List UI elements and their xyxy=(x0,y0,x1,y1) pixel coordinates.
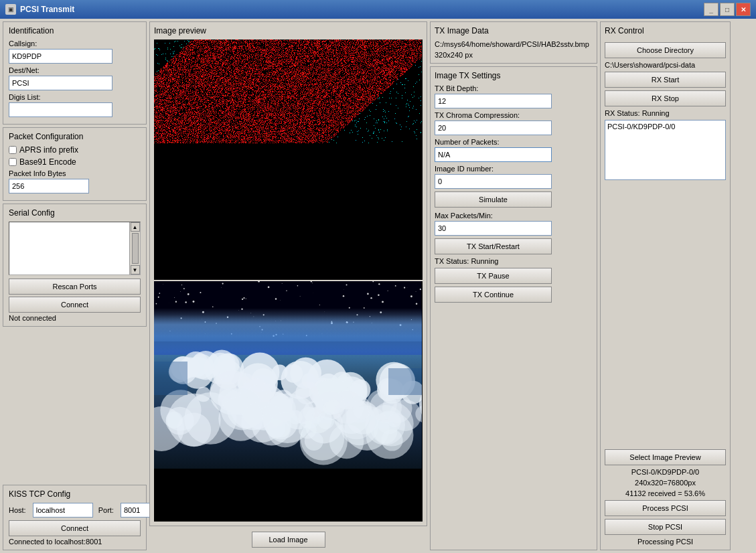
preview-info-3: 41132 received = 53.6% xyxy=(605,489,726,497)
num-packets-input[interactable] xyxy=(435,147,552,162)
preview-info-2: 240x320=76800px xyxy=(605,479,726,487)
load-image-button[interactable]: Load Image xyxy=(252,532,325,548)
max-packets-label: Max Packets/Min: xyxy=(435,212,593,220)
callsign-label: Callsign: xyxy=(9,40,141,48)
close-button[interactable]: ✕ xyxy=(736,3,751,16)
max-packets-input[interactable] xyxy=(435,221,552,236)
kiss-tcp-section: KISS TCP Config Host: Port: Connect Conn… xyxy=(3,485,147,550)
packet-info-label: Packet Info Bytes xyxy=(9,169,141,177)
simulate-button[interactable]: Simulate xyxy=(435,191,552,208)
app-icon: ▣ xyxy=(5,4,16,15)
digis-list-label: Digis List: xyxy=(9,93,141,101)
image-container xyxy=(154,40,423,522)
tx-continue-button[interactable]: TX Continue xyxy=(435,287,552,303)
bit-depth-label: TX Bit Depth: xyxy=(435,84,593,92)
tx-image-data-label: TX Image Data xyxy=(435,26,593,35)
tx-panel: TX Image Data C:/msys64/home/showard/PCS… xyxy=(430,21,597,550)
select-preview-button[interactable]: Select Image Preview xyxy=(605,449,726,465)
tx-file-path: C:/msys64/home/showard/PCSI/HAB2sstv.bmp xyxy=(435,40,593,50)
bit-depth-input[interactable] xyxy=(435,94,552,108)
tx-image-data-section: TX Image Data C:/msys64/home/showard/PCS… xyxy=(430,21,597,64)
process-pcsi-button[interactable]: Process PCSI xyxy=(605,500,726,516)
image-id-label: Image ID number: xyxy=(435,165,593,173)
image-preview-label: Image preview xyxy=(154,26,423,35)
identification-section: Identification Callsign: Dest/Net: Digis… xyxy=(3,21,147,125)
preview-info-1: PCSI-0/KD9PDP-0/0 xyxy=(605,468,726,476)
rx-stop-button[interactable]: RX Stop xyxy=(605,90,726,106)
digis-list-input[interactable] xyxy=(9,102,112,117)
tx-start-button[interactable]: TX Start/Restart xyxy=(435,238,552,254)
rx-status: RX Status: Running xyxy=(605,109,726,117)
choose-directory-button[interactable]: Choose Directory xyxy=(605,42,726,58)
host-label: Host: xyxy=(9,506,26,514)
rx-dir-path: C:\Users\showard/pcsi-data xyxy=(605,61,726,69)
chroma-label: TX Chroma Compression: xyxy=(435,111,593,119)
left-panel: Identification Callsign: Dest/Net: Digis… xyxy=(3,21,147,550)
rx-list[interactable]: PCSI-0/KD9PDP-0/0 xyxy=(605,120,726,180)
maximize-button[interactable]: □ xyxy=(720,3,735,16)
port-label: Port: xyxy=(98,506,114,514)
image-top xyxy=(154,40,423,280)
host-input[interactable] xyxy=(33,503,93,518)
chroma-input[interactable] xyxy=(435,121,552,135)
base91-label: Base91 Encode xyxy=(19,157,76,167)
aprs-checkbox[interactable] xyxy=(9,146,17,154)
processing-status: Processing PCSI xyxy=(605,538,726,546)
serial-status: Not connected xyxy=(9,314,141,322)
rx-list-item: PCSI-0/KD9PDP-0/0 xyxy=(607,122,724,131)
packet-info-input[interactable] xyxy=(9,179,89,193)
rescan-ports-button[interactable]: Rescan Ports xyxy=(9,279,141,295)
image-id-input[interactable] xyxy=(435,174,552,189)
dest-net-input[interactable] xyxy=(9,76,112,90)
tx-settings-section: Image TX Settings TX Bit Depth: TX Chrom… xyxy=(430,66,597,550)
window-title: PCSI Transmit xyxy=(20,5,74,14)
serial-list: ▲ ▼ xyxy=(9,222,141,275)
packet-config-label: Packet Configuration xyxy=(9,132,141,141)
image-preview-section: Image preview xyxy=(149,21,427,526)
serial-config-section: Serial Config ▲ ▼ Rescan Ports Connect N… xyxy=(3,204,147,327)
packet-config-section: Packet Configuration APRS info prefix Ba… xyxy=(3,127,147,201)
num-packets-label: Number of Packets: xyxy=(435,138,593,146)
kiss-connect-button[interactable]: Connect xyxy=(9,520,141,536)
rx-start-button[interactable]: RX Start xyxy=(605,72,726,88)
scroll-up-icon[interactable]: ▲ xyxy=(131,222,140,232)
tx-dimensions: 320x240 px xyxy=(435,51,593,59)
rx-control-label: RX Control xyxy=(605,26,726,35)
stop-pcsi-button[interactable]: Stop PCSI xyxy=(605,519,726,535)
base91-checkbox[interactable] xyxy=(9,158,17,166)
title-bar: ▣ PCSI Transmit _ □ ✕ xyxy=(0,0,756,19)
kiss-status: Connected to localhost:8001 xyxy=(9,538,141,546)
tx-settings-label: Image TX Settings xyxy=(435,71,593,80)
serial-config-label: Serial Config xyxy=(9,208,141,218)
center-panel: Image preview Load Image xyxy=(149,21,427,550)
aprs-label: APRS info prefix xyxy=(19,145,78,155)
image-bottom xyxy=(154,281,423,522)
callsign-input[interactable] xyxy=(9,49,112,64)
rx-panel: RX Control Choose Directory C:\Users\sho… xyxy=(600,21,731,550)
tx-pause-button[interactable]: TX Pause xyxy=(435,268,552,284)
identification-label: Identification xyxy=(9,26,141,35)
minimize-button[interactable]: _ xyxy=(704,3,719,16)
scroll-down-icon[interactable]: ▼ xyxy=(131,265,140,274)
kiss-tcp-label: KISS TCP Config xyxy=(9,489,141,499)
dest-net-label: Dest/Net: xyxy=(9,66,141,74)
serial-connect-button[interactable]: Connect xyxy=(9,297,141,313)
tx-status: TX Status: Running xyxy=(435,257,593,265)
scroll-thumb[interactable] xyxy=(132,233,139,264)
